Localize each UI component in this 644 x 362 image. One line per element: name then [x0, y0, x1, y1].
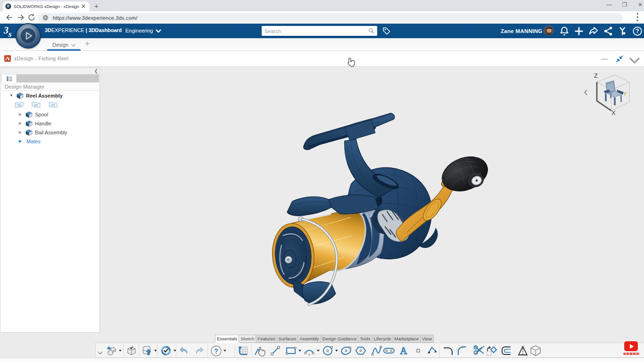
caret-collapsed-icon[interactable]: ▶ [18, 112, 23, 116]
ribbon-tab-surfaces[interactable]: Surfaces [277, 335, 298, 343]
ribbon-tab-lifecycle[interactable]: Lifecycle [372, 335, 393, 343]
tree-row-bail-assembly[interactable]: ▶ Bail Assembly [1, 128, 99, 137]
ribbon-tab-view[interactable]: View [421, 335, 433, 343]
browser-minimize-button[interactable]: — [602, 0, 616, 10]
line-tool-button[interactable] [270, 345, 281, 357]
dimension-tool-button[interactable] [426, 345, 438, 357]
convert-entities-button[interactable] [485, 345, 497, 357]
toolbar-separator [139, 344, 139, 357]
tree-row-spool[interactable]: ▶ Spool [1, 110, 99, 119]
reload-icon[interactable] [27, 13, 36, 22]
plane-yz-icon[interactable]: yz [31, 101, 41, 108]
compass-button[interactable] [16, 23, 41, 49]
ribbon-tab-tools[interactable]: Tools [358, 335, 372, 343]
tree-row-handle[interactable]: ▶ Handle [1, 119, 99, 128]
ribbon-tab-essentials[interactable]: Essentials [215, 335, 239, 343]
user-avatar[interactable] [544, 25, 554, 36]
spline-tool-button[interactable] [371, 345, 383, 357]
ribbon-tab-features[interactable]: Features [256, 335, 277, 343]
caret-collapsed-icon[interactable]: ▶ [18, 121, 23, 125]
svg-text:yz: yz [34, 103, 38, 107]
polygon-tool-button[interactable] [355, 345, 367, 357]
point-tool-icon [415, 345, 421, 356]
point-tool-button[interactable] [415, 345, 421, 357]
circle-tool-button[interactable] [322, 345, 338, 357]
user-name[interactable]: Zane MANNING [501, 28, 543, 34]
exit-sketch-button[interactable] [529, 345, 542, 357]
insert-component-button[interactable] [106, 345, 122, 357]
update-button[interactable] [160, 345, 176, 357]
ribbon-tab-sketch[interactable]: Sketch [239, 335, 256, 343]
dropdown-arrow-icon [223, 350, 226, 352]
caret-expanded-icon[interactable]: ▼ [9, 93, 14, 98]
tab-design[interactable]: Design [52, 42, 68, 48]
corner-tool-button[interactable] [442, 345, 454, 357]
browser-close-button[interactable]: ✕ [633, 0, 644, 10]
search-input[interactable] [264, 28, 368, 34]
ribbon-tab-design-guidance[interactable]: Design Guidance [321, 335, 359, 343]
browser-restore-button[interactable]: ❐ [618, 0, 632, 10]
site-info-icon[interactable] [42, 15, 49, 21]
text-tool-icon: A [398, 345, 409, 356]
app-menu-chevron-icon[interactable] [629, 57, 640, 65]
rectangle-tool-button[interactable] [285, 345, 301, 357]
youtube-badge[interactable] [624, 341, 638, 351]
platform-search[interactable] [262, 26, 377, 36]
ellipse-tool-button[interactable] [340, 345, 352, 357]
new-tab-button[interactable]: + [92, 2, 100, 10]
url-field[interactable]: https://www.3dexperience.3ds.com/ [38, 13, 622, 22]
panel-tab-design-manager[interactable] [1, 74, 17, 82]
toolbar-separator [157, 344, 157, 357]
new-sketch-button[interactable] [238, 345, 249, 357]
tree-planes-row: xy yz zx [1, 100, 99, 110]
browser-menu-icon[interactable]: ••• [634, 13, 641, 22]
search-icon[interactable] [368, 28, 374, 34]
view-cube[interactable]: Z X Y [587, 71, 639, 118]
open-component-button[interactable] [126, 345, 137, 357]
assistant-icon[interactable] [618, 26, 628, 36]
edit-sketch-button[interactable] [254, 345, 266, 357]
trim-tool-button[interactable] [472, 345, 486, 357]
plane-xy-icon[interactable]: xy [14, 101, 25, 108]
browser-address-bar: https://www.3dexperience.3ds.com/ ••• [0, 11, 644, 24]
share-arrow-icon[interactable] [588, 26, 599, 36]
caret-collapsed-icon[interactable]: ▶ [18, 130, 23, 134]
design-tab-chevron-icon[interactable] [71, 44, 76, 47]
tree-icon [6, 76, 12, 82]
rectangle-tool-icon [285, 345, 297, 356]
save-button[interactable] [141, 345, 157, 357]
add-app-tab-icon[interactable]: + [83, 40, 91, 48]
tab-close-icon[interactable]: ✕ [80, 3, 87, 10]
fillet-tool-button[interactable] [456, 345, 469, 357]
forward-icon[interactable] [16, 13, 25, 22]
help-button[interactable]: ? [210, 345, 226, 357]
arc-tool-button[interactable] [303, 345, 320, 357]
context-label[interactable]: Engineering [125, 28, 153, 33]
ribbon-tab-assembly[interactable]: Assembly [298, 335, 321, 343]
app-minimize-button[interactable]: — [599, 55, 610, 63]
share-network-icon[interactable] [603, 26, 613, 36]
add-icon[interactable] [574, 26, 584, 36]
tree-row-mates[interactable]: ▶ Mates [1, 137, 99, 146]
tag-icon[interactable] [382, 27, 391, 35]
offset-tool-button[interactable] [501, 345, 513, 357]
context-chevron-icon[interactable] [156, 29, 161, 33]
browser-tab[interactable]: SOLIDWORKS xDesign - xDesign ✕ [3, 1, 90, 11]
text-tool-button[interactable]: A [398, 345, 409, 357]
toolbar-separator [439, 344, 440, 357]
help-icon[interactable]: ? [632, 26, 643, 36]
constraint-tool-button[interactable] [517, 345, 529, 357]
back-icon[interactable] [5, 13, 14, 22]
caret-mates-icon[interactable]: ▶ [18, 139, 23, 143]
undo-button[interactable] [179, 345, 190, 357]
notifications-bell-icon[interactable] [559, 26, 570, 36]
svg-text:s: s [8, 30, 12, 38]
ribbon-tab-marketplace[interactable]: Marketplace [393, 335, 421, 343]
app-collapse-icon[interactable] [614, 55, 625, 63]
viewcube-panel-chevron-icon[interactable] [583, 89, 588, 96]
slot-tool-button[interactable] [382, 345, 396, 357]
plane-zx-icon[interactable]: zx [48, 101, 58, 108]
redo-button[interactable] [193, 345, 205, 357]
panel-collapse-icon[interactable]: ❮ [93, 68, 99, 74]
tree-row-root[interactable]: ▼ Reel Assembly [1, 91, 99, 100]
